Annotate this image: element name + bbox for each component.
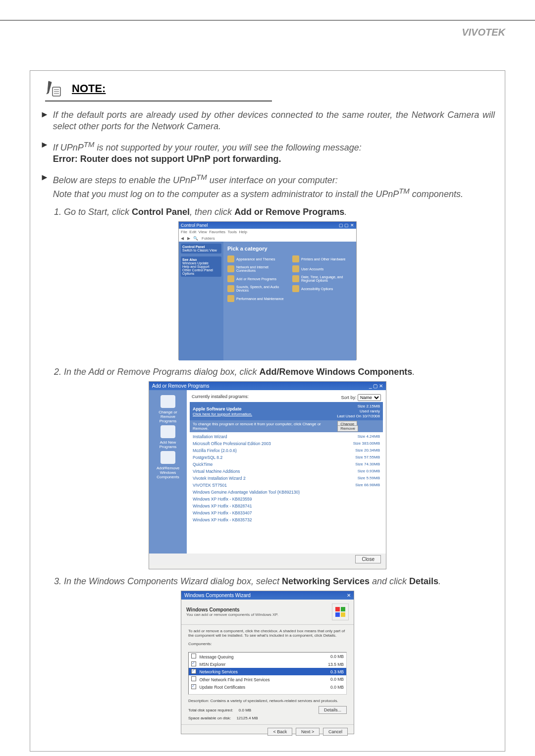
cp-heading: Pick a category: [227, 246, 352, 252]
step1-mid: , then click: [190, 207, 234, 217]
arp-item-name: Installation Wizard: [193, 434, 227, 439]
step2-post: .: [412, 367, 415, 377]
step3-post: .: [438, 576, 441, 586]
wcw-space1-l: Total disk space required:: [188, 708, 233, 712]
arp-item-size: Size 57.55MB: [355, 455, 380, 460]
arp-item-name: Windows XP Hotfix - KB833407: [193, 510, 252, 515]
arp-sort-select[interactable]: Name: [358, 394, 381, 401]
bullet-1-text: If the default ports are already used by…: [53, 109, 495, 133]
tm-superscript: TM: [399, 187, 410, 195]
bullet-2b: is not supported by your router, you wil…: [95, 143, 362, 152]
bullet-1: ► If the default ports are already used …: [40, 109, 495, 133]
bullet-3-note-a: Note that you must log on to the compute…: [53, 189, 399, 199]
windows-logo-icon: [332, 604, 349, 620]
wcw-component-item[interactable]: Message Queuing0.0 MB: [189, 653, 346, 660]
arp-item-name: Windows XP Hotfix - KB828741: [193, 504, 252, 508]
wcw-comp-label: Components:: [181, 642, 354, 650]
wcw-component-item[interactable]: Networking Services0.3 MB: [189, 668, 346, 675]
wcw-component-list[interactable]: Message Queuing0.0 MB MSN Explorer13.5 M…: [188, 652, 347, 695]
triangle-right-icon: ►: [40, 140, 49, 165]
wcw-component-item[interactable]: Update Root Certificates0.0 MB: [189, 683, 346, 691]
checkbox-icon[interactable]: [191, 676, 196, 681]
triangle-right-icon: ►: [40, 172, 49, 201]
svg-rect-6: [335, 612, 340, 617]
arp-title: Add or Remove Programs: [152, 383, 210, 389]
cp-category-item: Performance and Maintenance: [227, 295, 287, 302]
arp-hl-lastused: Last Used On 10/7/2008: [337, 414, 380, 419]
category-icon: [292, 255, 299, 262]
arp-sidebar: Change or Remove Programs Add New Progra…: [149, 390, 187, 554]
wcw-heading: Windows Components: [186, 607, 278, 612]
wcw-cancel-button[interactable]: Cancel: [323, 728, 348, 736]
arp-item-name: Virtual Machine Additions: [193, 469, 240, 474]
step3-pre: 3. In the Windows Components Wizard dial…: [54, 576, 282, 586]
step3-b2: Details: [409, 576, 438, 586]
step-1: 1. Go to Start, click Control Panel, the…: [54, 207, 495, 217]
error-line: Error: Router does not support UPnP port…: [53, 154, 281, 164]
checkbox-icon[interactable]: [191, 654, 196, 658]
triangle-right-icon: ►: [40, 109, 49, 133]
category-icon: [227, 285, 234, 292]
wcw-component-item[interactable]: Other Network File and Print Services0.0…: [189, 675, 346, 683]
cp-category-item: Add or Remove Programs: [227, 275, 287, 282]
arp-item-name: Microsoft Office Professional Edition 20…: [193, 441, 271, 446]
category-label: Date, Time, Language, and Regional Optio…: [301, 275, 352, 282]
wcw-next-button[interactable]: Next >: [296, 728, 320, 736]
bullet-3b: user interface on your computer:: [207, 175, 338, 185]
wcw-component-item[interactable]: MSN Explorer13.5 MB: [189, 660, 346, 668]
add-new-icon: [160, 425, 175, 438]
arp-list-item: Mozilla Firefox (2.0.0.6)Size 20.34MB: [190, 447, 383, 454]
step1-post: .: [344, 207, 347, 217]
wcw-item-name: Message Queuing: [199, 655, 233, 659]
category-icon: [227, 275, 234, 282]
cp-side-0: Control Panel: [182, 245, 205, 249]
arp-list-item: Vivotek Installation Wizard 2Size 5.59MB: [190, 475, 383, 482]
arp-item-size: Size 66.98MB: [355, 483, 380, 488]
category-icon: [227, 265, 234, 272]
window-controls-icon: ▢ ▢ ✕: [339, 223, 354, 228]
arp-list-item: PostgreSQL 8.2Size 57.55MB: [190, 454, 383, 461]
arp-remove-button[interactable]: Remove: [337, 425, 358, 432]
arp-list-item: Microsoft Office Professional Edition 20…: [190, 440, 383, 447]
category-label: Sounds, Speech, and Audio Devices: [236, 285, 287, 292]
svg-rect-5: [341, 607, 345, 611]
checkbox-icon[interactable]: [191, 669, 196, 674]
wcw-item-size: 13.5 MB: [328, 662, 344, 667]
cp-category-item: Date, Time, Language, and Regional Optio…: [292, 275, 352, 282]
wcw-details-button[interactable]: Details...: [319, 706, 347, 714]
bullet-2-text: If UPnPTM is not supported by your route…: [53, 140, 362, 165]
cp-side-3: Windows Update: [182, 261, 209, 265]
category-icon: [227, 295, 234, 302]
wcw-space2-v: 12125.4 MB: [236, 716, 258, 720]
bullet-2a: If UPnP: [53, 143, 84, 152]
step1-pre: 1. Go to Start, click: [54, 207, 132, 217]
arp-list-item: Virtual Machine AdditionsSize 0.93MB: [190, 468, 383, 475]
wcw-back-button[interactable]: < Back: [268, 728, 292, 736]
checkbox-icon[interactable]: [191, 661, 196, 666]
category-label: Network and Internet Connections: [236, 265, 287, 272]
arp-hl-name: Apple Software Update: [193, 406, 242, 411]
bullet-3-text: Below are steps to enable the UPnPTM use…: [53, 172, 463, 201]
arp-close-button[interactable]: Close: [355, 555, 381, 563]
cp-category-item: Appearance and Themes: [227, 255, 287, 262]
bullet-3a: Below are steps to enable the UPnP: [53, 175, 196, 185]
arp-item-name: Vivotek Installation Wizard 2: [193, 476, 246, 481]
window-controls-icon: _ ▢ ✕: [369, 383, 383, 389]
arp-list-item: Installation WizardSize 4.24MB: [190, 433, 383, 440]
svg-rect-7: [341, 612, 345, 617]
arp-list-item: VIVOTEK ST7501Size 66.98MB: [190, 482, 383, 489]
step-2: 2. In the Add or Remove Programs dialog …: [54, 367, 495, 377]
wcw-space1-v: 0.0 MB: [239, 708, 251, 712]
bullet-2: ► If UPnPTM is not supported by your rou…: [40, 140, 495, 165]
wcw-item-size: 0.0 MB: [330, 654, 344, 659]
control-panel-screenshot: Control Panel▢ ▢ ✕ File Edit View Favori…: [178, 221, 357, 360]
wcw-item-size: 0.0 MB: [330, 677, 344, 682]
bullet-3-note-b: components.: [410, 189, 463, 199]
note-box: NOTE: ► If the default ports are already…: [30, 70, 505, 752]
brand-label: VIVOTEK: [462, 27, 505, 38]
wcw-item-name: Other Network File and Print Services: [199, 677, 269, 682]
wcw-item-size: 0.0 MB: [330, 685, 344, 690]
arp-item-name: Windows XP Hotfix - KB835732: [193, 517, 252, 522]
arp-list-item: Windows XP Hotfix - KB833407: [190, 509, 383, 516]
checkbox-icon[interactable]: [191, 684, 196, 689]
